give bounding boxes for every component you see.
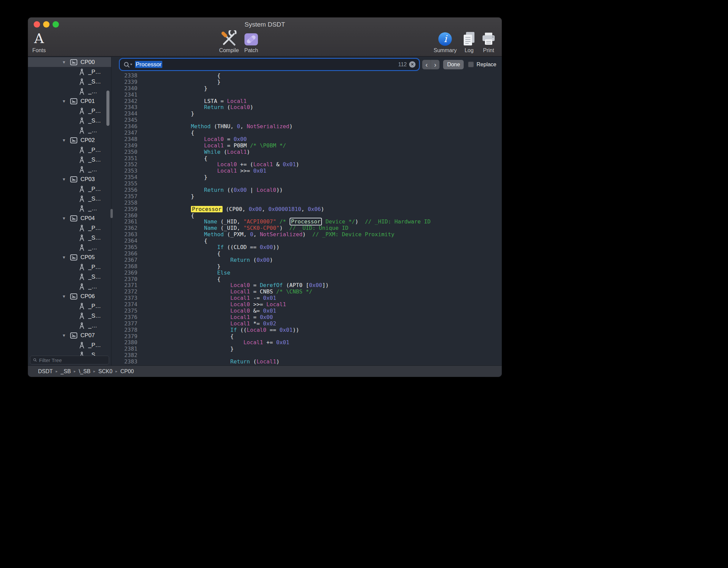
code-line: 2365 If ((CLOD == 0x00)) <box>111 244 502 251</box>
tree-row-p[interactable]: _P… <box>28 184 111 194</box>
log-button[interactable]: Log <box>462 30 476 54</box>
tree-label: _… <box>88 166 97 173</box>
code-text <box>138 92 502 98</box>
sidebar-scrollbar[interactable] <box>106 91 109 126</box>
zoom-window-button[interactable] <box>53 21 59 28</box>
done-button[interactable]: Done <box>443 60 464 69</box>
code-line: 2373 Local1 -= 0x01 <box>111 295 502 301</box>
disclosure-triangle-icon[interactable]: ▼ <box>62 255 70 260</box>
summary-button[interactable]: i Summary <box>434 30 457 54</box>
tree-row-s[interactable]: _S… <box>28 116 111 126</box>
filter-tree-input[interactable] <box>39 357 106 363</box>
line-number: 2373 <box>111 295 138 301</box>
tree-row-cp05[interactable]: ▼CP05 <box>28 252 111 262</box>
code-text: { <box>138 276 502 283</box>
line-number: 2356 <box>111 187 138 193</box>
tree-row-s[interactable]: _S… <box>28 155 111 165</box>
disclosure-triangle-icon[interactable]: ▼ <box>62 294 70 299</box>
clear-search-button[interactable]: ✕ <box>409 61 416 68</box>
fonts-button[interactable]: A Fonts <box>32 30 46 54</box>
tree-row-p[interactable]: _P… <box>28 67 111 77</box>
tree-row-s[interactable]: _S… <box>28 311 111 321</box>
tree-row-cp02[interactable]: ▼CP02 <box>28 135 111 145</box>
splitter-handle[interactable] <box>110 209 113 218</box>
filter-field[interactable] <box>30 356 109 364</box>
tree-row-cp04[interactable]: ▼CP04 <box>28 213 111 223</box>
breadcrumb-item[interactable]: SCK0 <box>98 368 112 375</box>
tree-row-cp01[interactable]: ▼CP01 <box>28 96 111 106</box>
replace-toggle[interactable]: Replace <box>468 62 496 68</box>
tree-label: CP04 <box>80 215 95 222</box>
code-text: Return (Local1) <box>138 359 502 365</box>
minimize-window-button[interactable] <box>43 21 49 28</box>
print-button[interactable]: Print <box>481 30 496 54</box>
code-text: { <box>138 155 502 162</box>
tree-row-s[interactable]: _S… <box>28 272 111 282</box>
code-line: 2368 } <box>111 263 502 270</box>
close-window-button[interactable] <box>34 21 40 28</box>
line-number: 2355 <box>111 181 138 187</box>
replace-checkbox[interactable] <box>468 62 474 67</box>
disclosure-triangle-icon[interactable]: ▼ <box>62 216 70 221</box>
breadcrumb-item[interactable]: _SB <box>61 368 71 375</box>
tree-row-cp06[interactable]: ▼CP06 <box>28 291 111 301</box>
compass-icon <box>78 263 86 271</box>
tree-label: _S… <box>88 196 101 202</box>
line-number: 2359 <box>111 206 138 213</box>
tree-row-s[interactable]: _S… <box>28 77 111 86</box>
tree-row-cp03[interactable]: ▼CP03 <box>28 174 111 184</box>
line-number: 2363 <box>111 232 138 238</box>
line-number: 2345 <box>111 117 138 123</box>
compass-icon <box>78 166 86 173</box>
disclosure-triangle-icon[interactable]: ▼ <box>62 333 70 338</box>
tree-row-[interactable]: _… <box>28 126 111 135</box>
tree-row-[interactable]: _… <box>28 321 111 330</box>
find-input[interactable]: Processor <box>135 61 396 68</box>
code-area[interactable]: 2338 {2339 }2340 }23412342 LSTA = Local1… <box>111 72 502 365</box>
find-next-button[interactable]: › <box>431 60 439 69</box>
disclosure-triangle-icon[interactable]: ▼ <box>62 99 70 104</box>
tree-row-p[interactable]: _P… <box>28 301 111 311</box>
device-icon <box>70 215 77 222</box>
tree-row-[interactable]: _… <box>28 204 111 213</box>
breadcrumb-item[interactable]: CP00 <box>120 368 134 375</box>
code-text <box>138 181 502 187</box>
info-icon: i <box>438 32 453 46</box>
line-number: 2342 <box>111 98 138 105</box>
find-previous-button[interactable]: ‹ <box>422 60 431 69</box>
tree-row-p[interactable]: _P… <box>28 340 111 350</box>
tree-row-p[interactable]: _P… <box>28 145 111 155</box>
tree-row-p[interactable]: _P… <box>28 262 111 272</box>
code-line: 2341 <box>111 92 502 98</box>
tree-row-p[interactable]: _P… <box>28 106 111 116</box>
compile-button[interactable]: Compile <box>219 30 239 54</box>
status-bar: DSDT▸_SB▸\_SB▸SCK0▸CP00 <box>28 365 502 377</box>
disclosure-triangle-icon[interactable]: ▼ <box>62 138 70 143</box>
find-query-text: Processor <box>135 61 162 68</box>
breadcrumb-item[interactable]: DSDT <box>38 368 53 375</box>
tree-row-s[interactable]: _S… <box>28 233 111 243</box>
patch-button[interactable]: Patch <box>243 30 259 54</box>
code-line: 2372 Local1 = CNBS /* \CNBS */ <box>111 289 502 295</box>
tree-row-cp00[interactable]: ▼CP00 <box>28 57 111 67</box>
tree-row-[interactable]: _… <box>28 86 111 96</box>
breadcrumb-item[interactable]: \_SB <box>79 368 91 375</box>
window-controls <box>34 21 59 28</box>
line-number: 2351 <box>111 155 138 162</box>
tree-row-p[interactable]: _P… <box>28 223 111 233</box>
breadcrumb-separator-icon: ▸ <box>74 369 76 374</box>
line-number: 2383 <box>111 359 138 365</box>
tree-row-[interactable]: _… <box>28 282 111 291</box>
find-search-field[interactable]: Processor 112 ✕ <box>120 59 419 70</box>
disclosure-triangle-icon[interactable]: ▼ <box>62 177 70 182</box>
code-text: { <box>138 333 502 340</box>
tree-label: CP03 <box>80 176 95 183</box>
editor-pane: Processor 112 ✕ ‹ › Done Replace 2338 <box>111 57 502 365</box>
tree-row-[interactable]: _… <box>28 243 111 252</box>
code-text: Local0 &= 0x01 <box>138 308 502 314</box>
tree-row-s[interactable]: _S… <box>28 194 111 204</box>
tree-row-[interactable]: _… <box>28 165 111 174</box>
search-menu-icon[interactable] <box>123 61 133 68</box>
disclosure-triangle-icon[interactable]: ▼ <box>62 60 70 65</box>
tree-row-cp07[interactable]: ▼CP07 <box>28 330 111 340</box>
